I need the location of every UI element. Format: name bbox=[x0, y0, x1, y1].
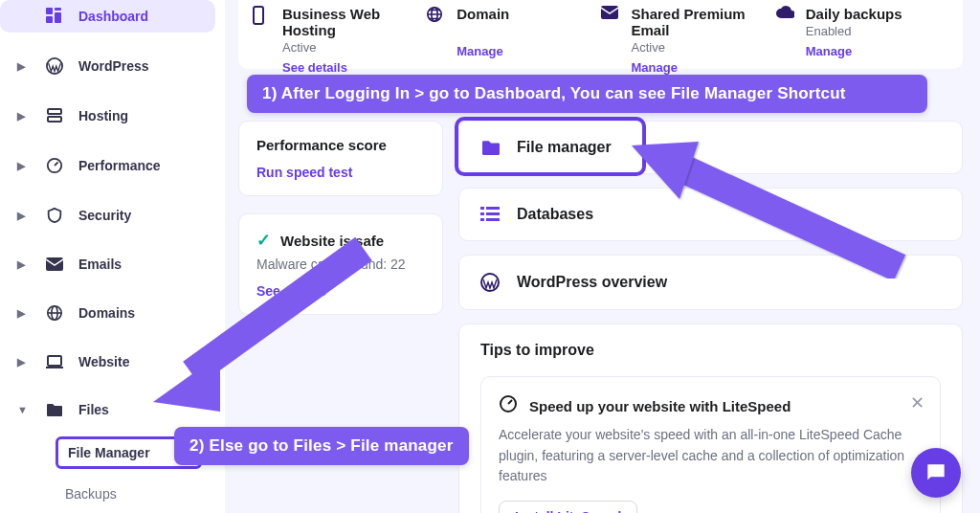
annotation-arrow-1 bbox=[612, 124, 919, 287]
svg-marker-24 bbox=[632, 142, 699, 199]
chevron-down-icon: ▼ bbox=[17, 404, 31, 415]
sidebar-label: Security bbox=[78, 208, 131, 223]
svg-rect-18 bbox=[480, 212, 484, 215]
tip-litespeed: ✕ Speed up your website with LiteSpeed A… bbox=[480, 376, 941, 513]
svg-rect-8 bbox=[46, 257, 63, 271]
svg-rect-6 bbox=[48, 117, 61, 122]
sidebar-label: Files bbox=[78, 402, 109, 417]
summary-title: Domain bbox=[457, 6, 600, 22]
svg-rect-12 bbox=[254, 7, 263, 24]
svg-rect-0 bbox=[46, 8, 53, 14]
summary-link[interactable]: See details bbox=[282, 60, 426, 75]
svg-rect-15 bbox=[601, 6, 618, 19]
mail-icon bbox=[44, 257, 65, 271]
sidebar-label: Performance bbox=[78, 158, 161, 173]
sidebar-label: Emails bbox=[78, 256, 122, 272]
svg-rect-20 bbox=[480, 218, 484, 221]
summary-backups: Daily backups Enabled Manage bbox=[775, 2, 949, 56]
summary-link[interactable]: Manage bbox=[457, 44, 600, 58]
tip-desc: Accelerate your website's speed with an … bbox=[499, 425, 923, 487]
sidebar-label: WordPress bbox=[78, 58, 149, 74]
sidebar-label: Hosting bbox=[78, 108, 128, 123]
tips-card: Tips to improve ✕ Speed up your website … bbox=[458, 323, 963, 513]
laptop-icon bbox=[44, 354, 65, 369]
tips-title: Tips to improve bbox=[480, 342, 941, 359]
summary-title: Business Web Hosting bbox=[282, 6, 426, 38]
close-icon[interactable]: ✕ bbox=[910, 392, 924, 413]
cloud-icon bbox=[775, 6, 794, 56]
wordpress-icon bbox=[480, 273, 501, 292]
summary-domain: Domain Manage bbox=[426, 2, 600, 56]
sidebar-item-wordpress[interactable]: ▶ WordPress bbox=[0, 50, 215, 82]
summary-status: Enabled bbox=[806, 24, 949, 38]
annotation-arrow-2 bbox=[124, 211, 392, 421]
mail-icon bbox=[601, 6, 620, 56]
summary-email: Shared Premium Email Active Manage bbox=[601, 2, 775, 56]
run-speed-test-link[interactable]: Run speed test bbox=[256, 165, 425, 180]
sidebar-label: Website bbox=[78, 354, 129, 369]
svg-rect-21 bbox=[486, 218, 500, 221]
chevron-right-icon: ▶ bbox=[17, 110, 31, 123]
perf-title: Performance score bbox=[256, 137, 425, 153]
panel-label: Databases bbox=[517, 206, 593, 223]
tip-title: Speed up your website with LiteSpeed bbox=[529, 398, 791, 414]
summary-status bbox=[457, 24, 600, 38]
install-litespeed-button[interactable]: Install LiteSpeed bbox=[499, 501, 637, 513]
chevron-right-icon: ▶ bbox=[17, 307, 31, 320]
chat-icon bbox=[924, 460, 948, 485]
chevron-right-icon: ▶ bbox=[17, 210, 31, 222]
phone-icon bbox=[252, 6, 271, 56]
summary-title: Shared Premium Email bbox=[632, 6, 775, 38]
panel-label: File manager bbox=[517, 139, 612, 156]
chat-fab[interactable] bbox=[911, 448, 961, 498]
summary-status: Active bbox=[282, 40, 426, 55]
wordpress-icon bbox=[44, 57, 65, 75]
svg-rect-2 bbox=[55, 12, 61, 23]
chevron-right-icon: ▶ bbox=[17, 160, 31, 172]
list-icon bbox=[480, 207, 501, 222]
globe-icon bbox=[44, 304, 65, 322]
gauge-icon bbox=[44, 157, 65, 174]
summary-hosting: Business Web Hosting Active See details bbox=[252, 2, 426, 56]
svg-rect-3 bbox=[46, 16, 53, 23]
shield-icon bbox=[44, 207, 65, 224]
sidebar-item-hosting[interactable]: ▶ Hosting bbox=[0, 100, 215, 132]
svg-rect-16 bbox=[480, 207, 484, 210]
chevron-right-icon: ▶ bbox=[17, 60, 31, 73]
folder-icon bbox=[44, 402, 65, 417]
sidebar-item-performance[interactable]: ▶ Performance bbox=[0, 149, 215, 182]
svg-rect-19 bbox=[486, 212, 500, 215]
sidebar-item-dashboard[interactable]: Dashboard bbox=[0, 0, 215, 33]
top-summary-row: Business Web Hosting Active See details … bbox=[238, 0, 963, 69]
speed-icon bbox=[499, 394, 518, 417]
folder-icon bbox=[480, 139, 501, 156]
chevron-right-icon: ▶ bbox=[17, 258, 31, 271]
summary-status: Active bbox=[632, 40, 775, 55]
svg-rect-11 bbox=[48, 356, 61, 366]
annotation-banner-1: 1) After Logging In > go to Dashboard, Y… bbox=[247, 75, 927, 113]
chevron-right-icon: ▶ bbox=[17, 356, 31, 368]
svg-rect-1 bbox=[55, 8, 61, 11]
sub-item-backups[interactable]: Backups bbox=[65, 479, 215, 509]
grid-icon bbox=[44, 8, 65, 25]
summary-link[interactable]: Manage bbox=[632, 60, 775, 75]
svg-rect-17 bbox=[486, 207, 500, 210]
performance-score-card: Performance score Run speed test bbox=[238, 121, 443, 196]
svg-rect-5 bbox=[48, 109, 61, 114]
sub-item-import-website[interactable]: Import Website bbox=[65, 509, 215, 513]
sidebar-label: Dashboard bbox=[78, 9, 148, 24]
annotation-banner-2: 2) Else go to Files > File manager bbox=[174, 427, 469, 465]
server-icon bbox=[44, 107, 65, 124]
summary-title: Daily backups bbox=[806, 6, 949, 22]
summary-link[interactable]: Manage bbox=[806, 44, 949, 58]
globe-icon bbox=[426, 6, 445, 56]
